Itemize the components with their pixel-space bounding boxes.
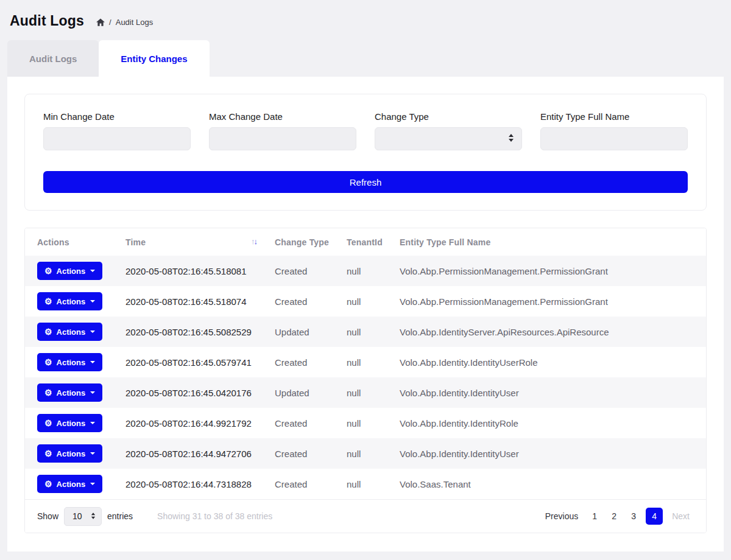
row-actions-button[interactable]: ⚙︎Actions bbox=[37, 323, 102, 341]
entries-summary: Showing 31 to 38 of 38 entries bbox=[157, 511, 272, 521]
gear-icon: ⚙︎ bbox=[44, 267, 52, 275]
gear-icon: ⚙︎ bbox=[44, 358, 52, 366]
updown-arrows-icon bbox=[508, 133, 514, 144]
table-row: ⚙︎Actions 2020-05-08T02:16:45.5082529 Up… bbox=[25, 317, 706, 347]
entity-type-label: Entity Type Full Name bbox=[540, 111, 688, 122]
filter-field-min-change-date: Min Change Date bbox=[43, 111, 191, 150]
table-row: ⚙︎Actions 2020-05-08T02:16:44.9472706 Cr… bbox=[25, 438, 706, 469]
table-row: ⚙︎Actions 2020-05-08T02:16:45.0420176 Up… bbox=[25, 377, 706, 408]
home-icon[interactable] bbox=[96, 18, 105, 26]
page-header: Audit Logs / Audit Logs bbox=[0, 0, 731, 32]
cell-entity-type: Volo.Abp.IdentityServer.ApiResources.Api… bbox=[387, 317, 706, 347]
cell-time: 2020-05-08T02:16:44.7318828 bbox=[113, 469, 263, 499]
content-card: Min Change Date Max Change Date Change T… bbox=[7, 77, 724, 551]
cell-time: 2020-05-08T02:16:45.5082529 bbox=[113, 317, 263, 347]
max-change-date-input[interactable] bbox=[209, 127, 356, 150]
cell-change-type: Created bbox=[263, 256, 334, 286]
gear-icon: ⚙︎ bbox=[44, 480, 52, 488]
caret-down-icon bbox=[90, 422, 95, 424]
column-header-tenant-id: TenantId bbox=[334, 228, 387, 256]
min-change-date-label: Min Change Date bbox=[43, 111, 191, 122]
cell-tenant-id: null bbox=[334, 317, 387, 347]
table-row: ⚙︎Actions 2020-05-08T02:16:44.7318828 Cr… bbox=[25, 469, 706, 499]
sort-icon[interactable]: ↑↓ bbox=[251, 237, 256, 246]
pagination-next[interactable]: Next bbox=[668, 509, 694, 523]
filter-field-max-change-date: Max Change Date bbox=[209, 111, 356, 150]
row-actions-button[interactable]: ⚙︎Actions bbox=[37, 383, 102, 402]
table-row: ⚙︎Actions 2020-05-08T02:16:45.518081 Cre… bbox=[25, 256, 706, 286]
pagination-page-2[interactable]: 2 bbox=[607, 509, 621, 523]
gear-icon: ⚙︎ bbox=[44, 327, 52, 336]
breadcrumb: / Audit Logs bbox=[96, 15, 153, 27]
cell-time: 2020-05-08T02:16:45.518074 bbox=[113, 286, 263, 317]
entries-label: entries bbox=[107, 511, 133, 521]
cell-tenant-id: null bbox=[334, 256, 387, 286]
min-change-date-input[interactable] bbox=[43, 127, 191, 150]
cell-tenant-id: null bbox=[334, 377, 387, 408]
gear-icon: ⚙︎ bbox=[44, 297, 52, 306]
cell-tenant-id: null bbox=[334, 438, 387, 469]
row-actions-button[interactable]: ⚙︎Actions bbox=[37, 292, 102, 310]
cell-time: 2020-05-08T02:16:45.518081 bbox=[113, 256, 263, 286]
row-actions-button[interactable]: ⚙︎Actions bbox=[37, 353, 102, 371]
cell-entity-type: Volo.Abp.PermissionManagement.Permission… bbox=[387, 256, 706, 286]
entity-changes-table: Actions Time ↑↓ Change Type TenantId Ent… bbox=[24, 228, 707, 533]
page: Audit Logs / Audit Logs Audit Logs Entit… bbox=[0, 0, 731, 560]
filter-field-change-type: Change Type bbox=[375, 111, 522, 150]
table-footer: Show 10 entries Showing 31 to 38 of 38 e… bbox=[25, 499, 706, 533]
breadcrumb-separator: / bbox=[109, 18, 111, 27]
cell-tenant-id: null bbox=[334, 408, 387, 438]
caret-down-icon bbox=[90, 452, 95, 455]
cell-change-type: Created bbox=[263, 286, 334, 317]
column-header-time[interactable]: Time ↑↓ bbox=[113, 228, 263, 256]
cell-time: 2020-05-08T02:16:44.9472706 bbox=[113, 438, 263, 469]
row-actions-button[interactable]: ⚙︎Actions bbox=[37, 262, 102, 280]
pagination-previous[interactable]: Previous bbox=[541, 509, 582, 523]
cell-time: 2020-05-08T02:16:44.9921792 bbox=[113, 408, 263, 438]
entity-type-input[interactable] bbox=[540, 127, 688, 150]
gear-icon: ⚙︎ bbox=[44, 388, 52, 397]
caret-down-icon bbox=[90, 361, 95, 363]
table-row: ⚙︎Actions 2020-05-08T02:16:44.9921792 Cr… bbox=[25, 408, 706, 438]
row-actions-button[interactable]: ⚙︎Actions bbox=[37, 475, 102, 493]
cell-entity-type: Volo.Abp.Identity.IdentityUserRole bbox=[387, 347, 706, 377]
cell-entity-type: Volo.Abp.Identity.IdentityUser bbox=[387, 438, 706, 469]
table-row: ⚙︎Actions 2020-05-08T02:16:45.518074 Cre… bbox=[25, 286, 706, 317]
cell-change-type: Created bbox=[263, 408, 334, 438]
filter-panel: Min Change Date Max Change Date Change T… bbox=[24, 94, 707, 211]
caret-down-icon bbox=[90, 300, 95, 303]
page-size-control: Show 10 entries bbox=[37, 507, 133, 526]
filter-grid: Min Change Date Max Change Date Change T… bbox=[43, 111, 688, 150]
change-type-select[interactable] bbox=[375, 127, 522, 150]
row-actions-button[interactable]: ⚙︎Actions bbox=[37, 414, 102, 432]
caret-down-icon bbox=[90, 483, 95, 485]
caret-down-icon bbox=[90, 270, 95, 272]
gear-icon: ⚙︎ bbox=[44, 419, 52, 427]
tab-entity-changes[interactable]: Entity Changes bbox=[99, 40, 209, 77]
pagination-page-4-active[interactable]: 4 bbox=[646, 508, 663, 525]
cell-tenant-id: null bbox=[334, 286, 387, 317]
cell-time: 2020-05-08T02:16:45.0420176 bbox=[113, 377, 263, 408]
pagination-page-1[interactable]: 1 bbox=[587, 509, 602, 523]
updown-arrows-icon bbox=[91, 511, 96, 521]
cell-change-type: Created bbox=[263, 469, 334, 499]
row-actions-button[interactable]: ⚙︎Actions bbox=[37, 444, 102, 463]
cell-change-type: Updated bbox=[263, 377, 334, 408]
page-size-select[interactable]: 10 bbox=[64, 507, 102, 526]
page-title: Audit Logs bbox=[10, 13, 84, 29]
table-row: ⚙︎Actions 2020-05-08T02:16:45.0579741 Cr… bbox=[25, 347, 706, 377]
page-size-value: 10 bbox=[72, 511, 82, 521]
cell-change-type: Created bbox=[263, 347, 334, 377]
cell-change-type: Updated bbox=[263, 317, 334, 347]
max-change-date-label: Max Change Date bbox=[209, 111, 356, 122]
refresh-button[interactable]: Refresh bbox=[43, 171, 688, 193]
show-label: Show bbox=[37, 511, 58, 521]
change-type-label: Change Type bbox=[375, 111, 522, 122]
tab-audit-logs[interactable]: Audit Logs bbox=[7, 40, 99, 77]
cell-change-type: Created bbox=[263, 438, 334, 469]
tab-bar: Audit Logs Entity Changes bbox=[0, 40, 731, 77]
gear-icon: ⚙︎ bbox=[44, 449, 52, 458]
cell-entity-type: Volo.Abp.Identity.IdentityUser bbox=[387, 377, 706, 408]
pagination-page-3[interactable]: 3 bbox=[626, 509, 641, 523]
filter-field-entity-type: Entity Type Full Name bbox=[540, 111, 688, 150]
